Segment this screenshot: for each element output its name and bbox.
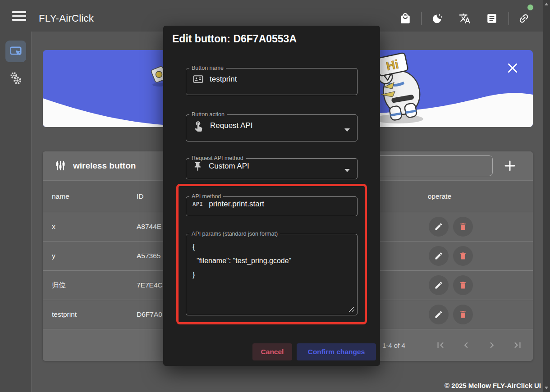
banner-close-icon[interactable] xyxy=(505,61,520,75)
pagination-range: 1-4 of 4 xyxy=(382,329,405,361)
sidebar xyxy=(0,32,32,392)
shopping-bag-icon[interactable] xyxy=(399,13,411,24)
delete-button[interactable] xyxy=(453,246,473,266)
pencil-icon xyxy=(434,251,443,260)
request-api-method-value: Custom API xyxy=(209,162,249,171)
sidebar-item-buttons[interactable] xyxy=(5,41,26,62)
button-name-value: testprint xyxy=(210,75,237,84)
api-method-label: API method xyxy=(189,194,223,200)
mascot-hi-robot: Hi xyxy=(373,53,424,123)
first-page-icon xyxy=(435,339,446,351)
delete-button[interactable] xyxy=(453,275,473,295)
page-scrollbar[interactable] xyxy=(543,0,550,392)
last-page-icon xyxy=(512,339,523,351)
plus-icon xyxy=(503,159,517,173)
sidebar-item-settings[interactable] xyxy=(7,68,24,88)
request-api-method-label: Request API method xyxy=(189,155,246,161)
badge-icon xyxy=(192,73,204,85)
row-name: y xyxy=(52,242,55,270)
settings-gears-icon xyxy=(9,70,23,86)
button-action-select[interactable]: Button action Request API xyxy=(186,112,358,141)
touch-hand-icon xyxy=(192,120,204,132)
button-action-value: Request API xyxy=(210,121,253,130)
first-page-button[interactable] xyxy=(435,339,446,351)
edit-button[interactable] xyxy=(429,217,449,237)
trash-icon xyxy=(458,310,468,319)
row-id: A8744E xyxy=(137,212,161,241)
menu-icon[interactable] xyxy=(12,11,26,21)
button-name-label: Button name xyxy=(189,65,226,71)
delete-button[interactable] xyxy=(453,217,473,237)
push-pin-icon xyxy=(192,161,203,172)
prev-page-button[interactable] xyxy=(460,339,472,351)
chevron-right-icon xyxy=(486,339,498,351)
edit-button[interactable] xyxy=(429,246,449,266)
scroll-down-arrow[interactable] xyxy=(545,387,548,389)
copyright-text: © 2025 Mellow FLY-AirClick UI xyxy=(445,382,541,389)
column-header-operate: operate xyxy=(428,181,452,212)
card-title: wireless button xyxy=(73,161,136,171)
next-page-button[interactable] xyxy=(486,339,498,351)
resize-handle[interactable] xyxy=(349,307,354,312)
edit-button[interactable] xyxy=(429,275,449,295)
connection-status-dot xyxy=(527,5,533,10)
button-action-label: Button action xyxy=(189,112,227,118)
row-id: D6F7A0 xyxy=(137,300,162,329)
chevron-down-icon xyxy=(344,128,350,132)
row-name: testprint xyxy=(52,300,77,329)
trash-icon xyxy=(458,222,468,231)
last-page-button[interactable] xyxy=(512,339,523,351)
column-header-id: ID xyxy=(137,181,144,212)
scroll-up-arrow[interactable] xyxy=(545,3,548,5)
row-name: x xyxy=(52,212,55,241)
pencil-icon xyxy=(434,281,443,290)
api-params-textarea[interactable]: API params (standard json format) { "fil… xyxy=(186,231,358,315)
document-icon[interactable] xyxy=(486,13,498,24)
button-name-field[interactable]: Button name testprint xyxy=(186,65,358,95)
chevron-down-icon xyxy=(344,169,350,172)
row-id: 7E7E4C xyxy=(137,271,163,300)
app-root: FLY-AirClick xyxy=(0,0,550,392)
sliders-icon xyxy=(54,160,67,172)
trash-icon xyxy=(458,281,468,290)
pencil-icon xyxy=(434,222,443,231)
edit-button-dialog: Edit button: D6F7A0553A Button name test… xyxy=(163,26,380,366)
request-api-method-select[interactable]: Request API method Custom API xyxy=(186,155,358,179)
cancel-button[interactable]: Cancel xyxy=(252,343,292,360)
chevron-left-icon xyxy=(460,339,472,351)
dark-mode-icon[interactable] xyxy=(431,13,443,24)
confirm-changes-button[interactable]: Confirm changes xyxy=(297,343,376,360)
row-name: 归位 xyxy=(52,271,66,300)
translate-icon[interactable] xyxy=(459,13,471,24)
trash-icon xyxy=(458,251,468,260)
dialog-title: Edit button: D6F7A0553A xyxy=(172,33,297,45)
topbar-divider xyxy=(509,12,509,25)
link-icon[interactable] xyxy=(518,13,530,24)
screen-tap-icon xyxy=(9,45,23,58)
row-id: A57365 xyxy=(137,242,160,270)
topbar-divider xyxy=(421,12,422,25)
api-method-value: printer.print.start xyxy=(209,200,264,209)
column-header-name: name xyxy=(52,181,69,212)
edit-button[interactable] xyxy=(429,305,449,324)
api-params-value[interactable]: { "filename": "test_pring.gcode" } xyxy=(186,237,357,282)
pencil-icon xyxy=(434,310,443,319)
api-icon: API xyxy=(192,201,203,207)
delete-button[interactable] xyxy=(453,305,473,324)
add-button[interactable] xyxy=(503,156,522,176)
app-title: FLY-AirClick xyxy=(39,13,94,24)
api-method-field[interactable]: API method API printer.print.start xyxy=(186,194,358,216)
api-params-label: API params (standard json format) xyxy=(189,231,280,237)
